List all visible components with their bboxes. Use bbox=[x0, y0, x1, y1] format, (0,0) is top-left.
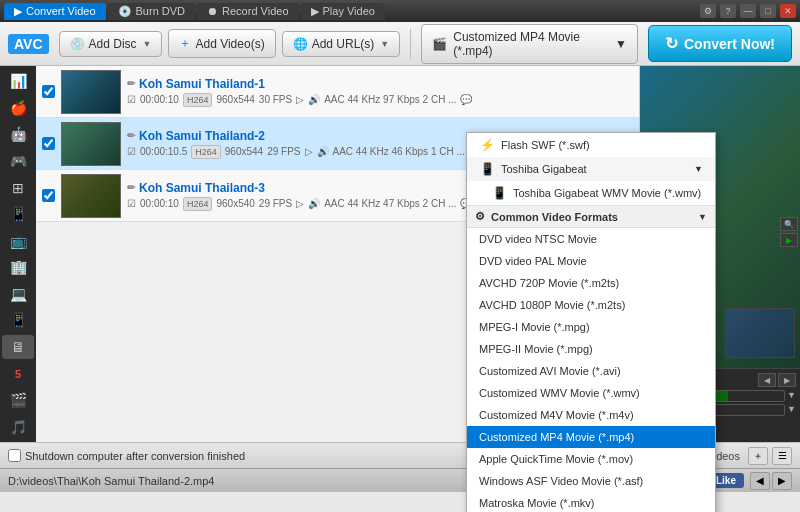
file-checkbox-1[interactable] bbox=[42, 85, 55, 98]
toshiba-arrow: ▼ bbox=[694, 164, 703, 174]
icon-bar-apple[interactable]: 🍎 bbox=[2, 96, 34, 121]
toshiba-wmv-icon: 📱 bbox=[491, 186, 507, 200]
dropdown-item-mov[interactable]: Apple QuickTime Movie (*.mov) bbox=[467, 448, 715, 470]
arrow-icon-2: ▷ bbox=[305, 146, 313, 157]
record-tab-icon: ⏺ bbox=[207, 5, 218, 17]
icon-bar-phone[interactable]: 📱 bbox=[2, 308, 34, 333]
format-arrow: ▼ bbox=[615, 37, 627, 51]
file-checkbox-3[interactable] bbox=[42, 189, 55, 202]
play-tab-label: Play Video bbox=[323, 5, 375, 17]
dropdown-item-swf[interactable]: ⚡ Flash SWF (*.swf) bbox=[467, 133, 715, 157]
arrow-icon-1: ▷ bbox=[296, 94, 304, 105]
preview-dropdown-arrow-2[interactable]: ▼ bbox=[787, 404, 796, 416]
audio-icon-2: 🔊 bbox=[317, 146, 329, 157]
icon-bar-audio[interactable]: 🎵 bbox=[2, 415, 34, 440]
record-tab-label: Record Video bbox=[222, 5, 288, 17]
icon-bar-tv[interactable]: 📺 bbox=[2, 228, 34, 253]
group-arrow: ▼ bbox=[698, 212, 707, 222]
icon-bar-huawei[interactable]: 🏢 bbox=[2, 255, 34, 280]
title-bar: ▶ Convert Video 💿 Burn DVD ⏺ Record Vide… bbox=[0, 0, 800, 22]
dropdown-item-mpeg2[interactable]: MPEG-II Movie (*.mpg) bbox=[467, 338, 715, 360]
icon-bar-android[interactable]: 🤖 bbox=[2, 122, 34, 147]
dropdown-item-m4v[interactable]: Customized M4V Movie (*.m4v) bbox=[467, 404, 715, 426]
file-info-1: ✏ Koh Samui Thailand-1 ☑ 00:00:10 H264 9… bbox=[127, 77, 633, 107]
video-add-icon: ＋ bbox=[179, 35, 191, 52]
shutdown-checkbox[interactable] bbox=[8, 449, 21, 462]
status-icon-list[interactable]: ☰ bbox=[772, 447, 792, 465]
add-url-label: Add URL(s) bbox=[312, 37, 375, 51]
dropdown-item-mp4[interactable]: Customized MP4 Movie (*.mp4) bbox=[467, 426, 715, 448]
format-selector[interactable]: 🎬 Customized MP4 Movie (*.mp4) ▼ bbox=[421, 24, 638, 64]
format-label: Customized MP4 Movie (*.mp4) bbox=[453, 30, 609, 58]
dropdown-item-toshiba-wmv[interactable]: 📱 Toshiba Gigabeat WMV Movie (*.wmv) bbox=[467, 181, 715, 205]
icon-bar-mobile[interactable]: 📱 bbox=[2, 202, 34, 227]
help-btn[interactable]: ? bbox=[720, 4, 736, 18]
main-toolbar: AVC 💿 Add Disc ▼ ＋ Add Video(s) 🌐 Add UR… bbox=[0, 22, 800, 66]
tab-burn[interactable]: 💿 Burn DVD bbox=[108, 3, 196, 20]
file-thumbnail-3 bbox=[61, 174, 121, 218]
dropdown-item-avchd-720[interactable]: AVCHD 720P Movie (*.m2ts) bbox=[467, 272, 715, 294]
nav-prev[interactable]: ◀ bbox=[750, 472, 770, 490]
convert-now-button[interactable]: ↻ Convert Now! bbox=[648, 25, 792, 62]
edit-icon-3: ✏ bbox=[127, 182, 135, 193]
category-icon-bar: 📊 🍎 🤖 🎮 ⊞ 📱 📺 🏢 💻 📱 🖥 5 🎬 🎵 bbox=[0, 66, 36, 442]
navigation-arrows: ◀ ▶ bbox=[750, 472, 792, 490]
convert-tab-label: Convert Video bbox=[26, 5, 96, 17]
settings-icon-btn[interactable]: ⚙ bbox=[700, 4, 716, 18]
dropdown-item-avi[interactable]: Customized AVI Movie (*.avi) bbox=[467, 360, 715, 382]
shutdown-checkbox-area[interactable]: Shutdown computer after conversion finis… bbox=[8, 449, 531, 462]
preview-ctrl-1[interactable]: ◀ bbox=[758, 373, 776, 387]
app-logo: AVC bbox=[8, 34, 49, 54]
dropdown-item-dvd-ntsc[interactable]: DVD video NTSC Movie bbox=[467, 228, 715, 250]
file-meta-1: ☑ 00:00:10 H264 960x544 30 FPS ▷ 🔊 AAC 4… bbox=[127, 93, 633, 107]
status-icon-add[interactable]: ＋ bbox=[748, 447, 768, 465]
convert-refresh-icon: ↻ bbox=[665, 34, 678, 53]
add-url-arrow: ▼ bbox=[380, 39, 389, 49]
icon-bar-monitor[interactable]: 🖥 bbox=[2, 335, 34, 360]
close-btn[interactable]: ✕ bbox=[780, 4, 796, 18]
file-thumbnail-2 bbox=[61, 122, 121, 166]
tab-convert[interactable]: ▶ Convert Video bbox=[4, 3, 106, 20]
preview-dropdown-arrow[interactable]: ▼ bbox=[787, 390, 796, 402]
icon-bar-html5[interactable]: 5 bbox=[2, 361, 34, 386]
dropdown-item-asf[interactable]: Windows ASF Video Movie (*.asf) bbox=[467, 470, 715, 492]
minimize-btn[interactable]: — bbox=[740, 4, 756, 18]
dropdown-group-common-video[interactable]: ⚙ Common Video Formats ▼ bbox=[467, 205, 715, 228]
dropdown-item-toshiba-group[interactable]: 📱 Toshiba Gigabeat ▼ bbox=[467, 157, 715, 181]
nav-next[interactable]: ▶ bbox=[772, 472, 792, 490]
dropdown-item-mpeg1[interactable]: MPEG-I Movie (*.mpg) bbox=[467, 316, 715, 338]
preview-play-btn[interactable]: ▶ bbox=[780, 233, 798, 247]
tab-play[interactable]: ▶ Play Video bbox=[301, 3, 385, 20]
icon-bar-chart[interactable]: 📊 bbox=[2, 69, 34, 94]
preview-ctrl-2[interactable]: ▶ bbox=[778, 373, 796, 387]
convert-now-label: Convert Now! bbox=[684, 36, 775, 52]
icon-bar-windows[interactable]: ⊞ bbox=[2, 175, 34, 200]
burn-tab-label: Burn DVD bbox=[136, 5, 186, 17]
icon-bar-laptop[interactable]: 💻 bbox=[2, 282, 34, 307]
add-url-button[interactable]: 🌐 Add URL(s) ▼ bbox=[282, 31, 401, 57]
icon-bar-video[interactable]: 🎬 bbox=[2, 388, 34, 413]
dropdown-item-dvd-pal[interactable]: DVD video PAL Movie bbox=[467, 250, 715, 272]
dropdown-item-avchd-1080[interactable]: AVCHD 1080P Movie (*.m2ts) bbox=[467, 294, 715, 316]
add-videos-button[interactable]: ＋ Add Video(s) bbox=[168, 29, 275, 58]
toshiba-icon: 📱 bbox=[479, 162, 495, 176]
toolbar-separator bbox=[410, 29, 411, 59]
add-disc-button[interactable]: 💿 Add Disc ▼ bbox=[59, 31, 163, 57]
arrow-icon-3: ▷ bbox=[296, 198, 304, 209]
add-disc-arrow: ▼ bbox=[143, 39, 152, 49]
add-disc-label: Add Disc bbox=[89, 37, 137, 51]
maximize-btn[interactable]: □ bbox=[760, 4, 776, 18]
window-controls: ⚙ ? — □ ✕ bbox=[700, 4, 796, 18]
dropdown-item-wmv[interactable]: Customized WMV Movie (*.wmv) bbox=[467, 382, 715, 404]
icon-bar-game[interactable]: 🎮 bbox=[2, 149, 34, 174]
tab-record[interactable]: ⏺ Record Video bbox=[197, 3, 298, 20]
url-icon: 🌐 bbox=[293, 37, 308, 51]
checkbox-mini-2: ☑ bbox=[127, 146, 136, 157]
preview-zoom-btn[interactable]: 🔍 bbox=[780, 217, 798, 231]
group-video-icon: ⚙ bbox=[475, 210, 485, 223]
file-item-1[interactable]: ✏ Koh Samui Thailand-1 ☑ 00:00:10 H264 9… bbox=[36, 66, 639, 118]
edit-icon-1: ✏ bbox=[127, 78, 135, 89]
dropdown-item-mkv[interactable]: Matroska Movie (*.mkv) bbox=[467, 492, 715, 512]
file-checkbox-2[interactable] bbox=[42, 137, 55, 150]
convert-tab-icon: ▶ bbox=[14, 5, 22, 18]
